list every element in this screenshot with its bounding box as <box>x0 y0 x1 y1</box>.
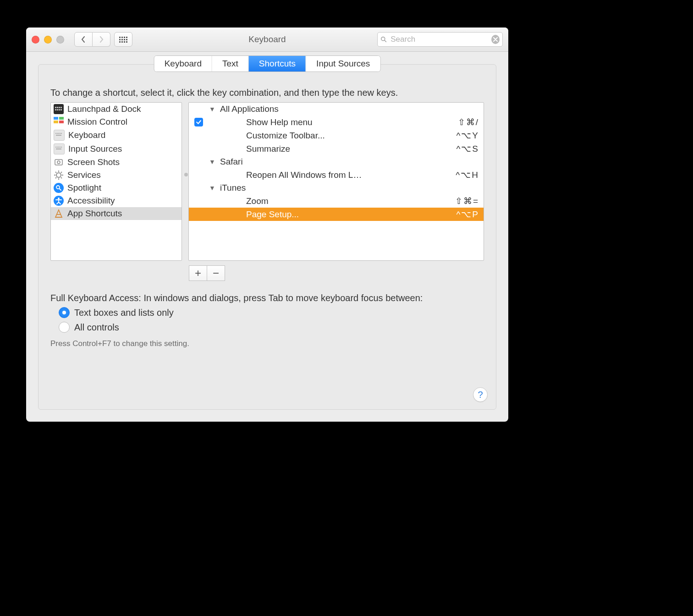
svg-rect-23 <box>60 147 60 148</box>
content-pane: Keyboard Text Shortcuts Input Sources To… <box>38 64 496 410</box>
disclosure-triangle-icon[interactable]: ▼ <box>209 184 217 192</box>
shortcut-row[interactable]: Page Setup...^⌥P <box>189 208 484 221</box>
radio-all-controls[interactable]: All controls <box>59 322 484 333</box>
radio-text-boxes[interactable]: Text boxes and lists only <box>59 307 484 318</box>
svg-rect-3 <box>57 107 58 108</box>
category-label: Keyboard <box>68 130 105 140</box>
tab-input-sources[interactable]: Input Sources <box>306 56 380 72</box>
search-input[interactable] <box>390 34 489 44</box>
shortcut-row[interactable]: Show Help menu⇧⌘/ <box>189 116 484 129</box>
svg-rect-17 <box>60 133 60 134</box>
shortcut-keys[interactable]: ⇧⌘/ <box>458 117 479 127</box>
window-controls <box>32 36 64 44</box>
add-button[interactable]: + <box>189 265 207 281</box>
shortcut-label: Zoom <box>246 196 452 206</box>
search-field[interactable] <box>377 32 503 47</box>
remove-button[interactable]: − <box>207 265 225 281</box>
category-row[interactable]: Mission Control <box>51 116 182 128</box>
disclosure-triangle-icon[interactable]: ▼ <box>209 158 217 165</box>
svg-line-38 <box>60 189 61 191</box>
category-row[interactable]: Launchpad & Dock <box>51 103 182 116</box>
category-row[interactable]: Accessibility <box>51 194 182 207</box>
category-list[interactable]: Launchpad & DockMission ControlKeyboardI… <box>50 102 182 261</box>
category-label: Spotlight <box>67 183 101 193</box>
show-all-button[interactable] <box>114 32 132 47</box>
svg-rect-10 <box>54 117 58 120</box>
svg-rect-14 <box>55 133 56 134</box>
radio-icon <box>59 322 70 333</box>
shortcut-keys[interactable]: ^⌥H <box>456 170 479 180</box>
svg-rect-4 <box>59 107 60 108</box>
shortcut-group[interactable]: ▼Safari <box>189 155 484 168</box>
svg-rect-9 <box>60 109 62 110</box>
footer: Full Keyboard Access: In windows and dia… <box>50 293 484 348</box>
category-row[interactable]: App Shortcuts <box>51 207 182 220</box>
svg-rect-6 <box>55 109 56 110</box>
chevron-left-icon <box>81 36 86 43</box>
shortcut-group[interactable]: ▼All Applications <box>189 103 484 116</box>
disclosure-triangle-icon[interactable]: ▼ <box>209 105 217 113</box>
radio-icon <box>59 307 70 318</box>
shortcut-label: Summarize <box>246 144 453 154</box>
clear-search-button[interactable] <box>491 35 500 44</box>
shortcut-list[interactable]: ▼All ApplicationsShow Help menu⇧⌘/Custom… <box>188 102 484 261</box>
shortcut-row[interactable]: Customize Toolbar...^⌥Y <box>189 129 484 142</box>
x-icon <box>493 37 498 42</box>
svg-point-27 <box>57 161 60 164</box>
svg-rect-7 <box>57 109 58 110</box>
back-button[interactable] <box>74 32 93 47</box>
category-row[interactable]: Keyboard <box>51 128 182 142</box>
nav-group <box>74 32 110 47</box>
category-label: Screen Shots <box>67 157 120 167</box>
svg-line-35 <box>61 172 62 173</box>
tab-shortcuts[interactable]: Shortcuts <box>249 56 306 72</box>
svg-rect-24 <box>61 147 62 148</box>
svg-rect-22 <box>58 147 59 148</box>
close-window-button[interactable] <box>32 36 39 44</box>
svg-point-28 <box>56 173 61 177</box>
forward-button[interactable] <box>93 32 110 47</box>
shortcut-label: Page Setup... <box>246 209 453 220</box>
minimize-window-button[interactable] <box>44 36 52 44</box>
tab-bar: Keyboard Text Shortcuts Input Sources <box>154 55 381 72</box>
search-icon <box>380 36 387 43</box>
shortcut-label: Show Help menu <box>246 117 455 127</box>
group-label: All Applications <box>220 104 479 114</box>
category-row[interactable]: Screen Shots <box>51 156 182 169</box>
shortcut-group[interactable]: ▼iTunes <box>189 182 484 194</box>
shortcut-row[interactable]: Summarize^⌥S <box>189 142 484 155</box>
footer-heading: Full Keyboard Access: In windows and dia… <box>50 293 484 303</box>
svg-rect-15 <box>57 133 58 134</box>
shortcut-keys[interactable]: ^⌥Y <box>456 130 479 141</box>
zoom-window-button[interactable] <box>56 36 64 44</box>
category-row[interactable]: Spotlight <box>51 182 182 194</box>
category-row[interactable]: Input Sources <box>51 142 182 156</box>
group-label: iTunes <box>220 183 479 193</box>
svg-rect-26 <box>55 160 62 165</box>
shortcut-row[interactable]: Reopen All Windows from L…^⌥H <box>189 168 484 182</box>
shortcut-row[interactable]: Zoom⇧⌘= <box>189 194 484 208</box>
panels: Launchpad & DockMission ControlKeyboardI… <box>50 102 484 261</box>
category-label: App Shortcuts <box>67 209 122 219</box>
svg-line-36 <box>55 177 56 178</box>
checkbox-icon[interactable] <box>194 118 203 126</box>
group-label: Safari <box>220 157 479 167</box>
shortcut-keys[interactable]: ^⌥S <box>456 143 479 154</box>
chevron-right-icon <box>99 36 104 43</box>
svg-rect-5 <box>60 107 62 108</box>
category-label: Services <box>67 170 101 180</box>
svg-line-34 <box>61 177 62 178</box>
shortcut-keys[interactable]: ^⌥P <box>456 209 479 220</box>
help-button[interactable]: ? <box>473 387 488 402</box>
checkbox-slot <box>191 118 206 126</box>
svg-rect-25 <box>56 148 61 149</box>
svg-point-39 <box>58 198 60 199</box>
svg-rect-8 <box>59 109 60 110</box>
category-row[interactable]: Services <box>51 169 182 182</box>
tab-text[interactable]: Text <box>212 56 249 72</box>
resize-handle[interactable] <box>184 173 188 176</box>
shortcut-keys[interactable]: ⇧⌘= <box>455 196 479 206</box>
svg-rect-12 <box>54 121 58 123</box>
category-label: Input Sources <box>68 144 122 154</box>
tab-keyboard[interactable]: Keyboard <box>154 56 212 72</box>
